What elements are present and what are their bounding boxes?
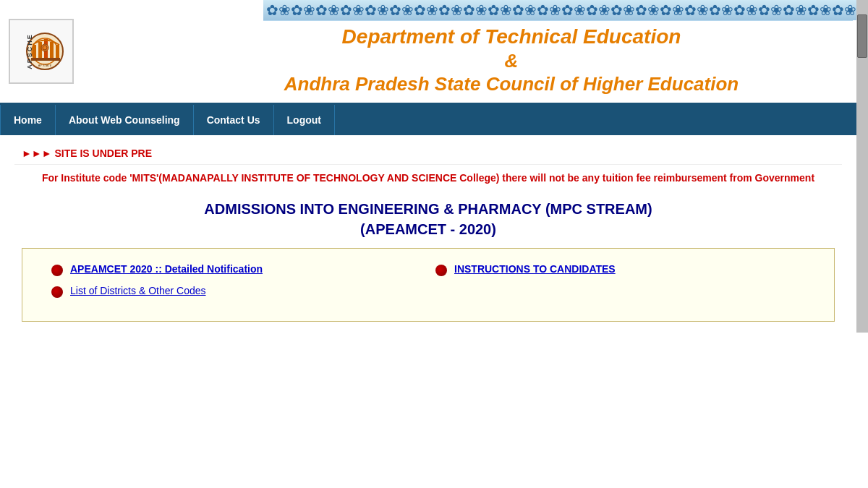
- org-title-line2: Andhra Pradesh State Council of Higher E…: [175, 72, 848, 97]
- banner-text: ►►► SITE IS UNDER PRE: [22, 147, 152, 159]
- flower-decoration: ✿❀✿❀✿❀✿❀✿❀✿❀✿❀✿❀✿❀✿❀✿❀✿❀✿❀✿❀✿❀✿❀✿❀✿❀✿❀✿❀…: [263, 0, 856, 20]
- navbar: Home About Web Counseling Contact Us Log…: [0, 105, 856, 135]
- page-title-line2: (APEAMCET - 2020): [14, 219, 842, 239]
- link-instructions[interactable]: INSTRUCTIONS TO CANDIDATES: [454, 263, 616, 275]
- bullet-icon: [51, 265, 63, 276]
- list-item: APEAMCET 2020 :: Detailed Notification: [51, 263, 421, 276]
- main-content: ►►► SITE IS UNDER PRE For Institute code…: [0, 135, 856, 333]
- header: APSCHE: [0, 0, 856, 105]
- logo-area: APSCHE: [9, 19, 153, 84]
- links-left-col: APEAMCET 2020 :: Detailed Notification L…: [44, 263, 428, 307]
- links-right-col: INSTRUCTIONS TO CANDIDATES: [428, 263, 812, 307]
- bullet-icon: [435, 265, 447, 276]
- scrollbar[interactable]: [856, 0, 868, 333]
- nav-home[interactable]: Home: [0, 105, 56, 135]
- bullet-icon: [51, 286, 63, 298]
- notice-text: For Institute code 'MITS'(MADANAPALLY IN…: [14, 171, 842, 186]
- svg-rect-3: [38, 42, 42, 58]
- svg-rect-6: [56, 45, 59, 58]
- nav-logout[interactable]: Logout: [274, 105, 335, 135]
- org-title-line1: Department of Technical Education: [175, 24, 848, 50]
- list-item: INSTRUCTIONS TO CANDIDATES: [435, 263, 805, 276]
- svg-text:AP STATE: AP STATE: [38, 64, 51, 67]
- banner-strip: ►►► SITE IS UNDER PRE: [14, 142, 842, 165]
- link-district-codes[interactable]: List of Districts & Other Codes: [70, 285, 206, 296]
- org-amp: &: [175, 50, 848, 72]
- svg-rect-5: [50, 42, 54, 58]
- list-item: List of Districts & Other Codes: [51, 285, 421, 298]
- header-flowers: ✿❀✿❀✿❀✿❀✿❀✿❀✿❀✿❀✿❀✿❀✿❀✿❀✿❀✿❀✿❀✿❀✿❀✿❀✿❀✿❀…: [263, 0, 856, 22]
- page-content: APSCHE: [0, 0, 856, 333]
- link-detailed-notification[interactable]: APEAMCET 2020 :: Detailed Notification: [70, 263, 263, 275]
- links-box: APEAMCET 2020 :: Detailed Notification L…: [22, 248, 835, 322]
- page-title: ADMISSIONS INTO ENGINEERING & PHARMACY (…: [14, 199, 842, 239]
- nav-about-web-counseling[interactable]: About Web Counseling: [56, 105, 194, 135]
- page-wrapper: APSCHE: [0, 0, 868, 333]
- apsche-label: APSCHE: [26, 33, 33, 69]
- nav-contact-us[interactable]: Contact Us: [194, 105, 274, 135]
- logo-box: APSCHE: [9, 19, 74, 84]
- scrollbar-thumb[interactable]: [857, 14, 867, 58]
- page-title-line1: ADMISSIONS INTO ENGINEERING & PHARMACY (…: [14, 199, 842, 219]
- svg-rect-7: [31, 58, 60, 61]
- links-columns: APEAMCET 2020 :: Detailed Notification L…: [44, 263, 812, 307]
